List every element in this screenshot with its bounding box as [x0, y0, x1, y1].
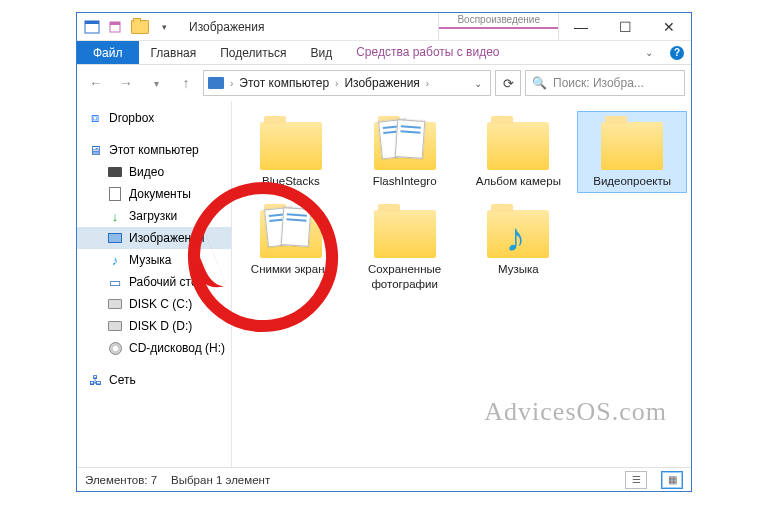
chevron-right-icon: › — [424, 78, 431, 89]
tree-item-dl[interactable]: ↓Загрузки — [77, 205, 231, 227]
tree-item-label: Dropbox — [109, 111, 154, 125]
help-icon: ? — [670, 46, 684, 60]
ribbon-tab-file[interactable]: Файл — [77, 41, 139, 64]
tree-item-dropbox[interactable]: ⧈Dropbox — [77, 107, 231, 129]
tree-item-net[interactable]: 🖧Сеть — [77, 369, 231, 391]
folder-label: Музыка — [498, 262, 539, 276]
folder-icon — [256, 116, 326, 170]
folder-item[interactable]: Видеопроекты — [577, 111, 687, 193]
address-box[interactable]: › Этот компьютер › Изображения › ⌄ — [203, 70, 491, 96]
folder-icon — [597, 116, 667, 170]
status-selection: Выбран 1 элемент — [171, 474, 270, 486]
qat-newfolder-button[interactable] — [105, 16, 127, 38]
qat-folder-button[interactable] — [129, 16, 151, 38]
folder-item[interactable]: BlueStacks — [236, 111, 346, 193]
folder-item[interactable]: Сохраненные фотографии — [350, 199, 460, 296]
qat-properties-button[interactable] — [81, 16, 103, 38]
search-placeholder: Поиск: Изобра... — [553, 76, 644, 90]
contextual-tab-group-label: Воспроизведение — [439, 13, 558, 29]
watermark-text: AdvicesOS.com — [484, 397, 667, 427]
refresh-button[interactable]: ⟳ — [495, 70, 521, 96]
nav-up-button[interactable]: ↑ — [173, 70, 199, 96]
address-bar-row: ← → ▾ ↑ › Этот компьютер › Изображения ›… — [77, 65, 691, 101]
tree-item-label: Рабочий стол — [129, 275, 204, 289]
folder-item[interactable]: Альбом камеры — [464, 111, 574, 193]
tree-item-doc[interactable]: Документы — [77, 183, 231, 205]
items-grid: BlueStacksFlashIntegroАльбом камерыВидео… — [236, 111, 687, 296]
folder-icon — [483, 116, 553, 170]
tree-item-vid[interactable]: Видео — [77, 161, 231, 183]
view-largeicons-button[interactable]: ▦ — [661, 471, 683, 489]
tree-item-label: Музыка — [129, 253, 171, 267]
body: ⧈Dropbox🖥Этот компьютерВидеоДокументы↓За… — [77, 101, 691, 467]
status-items-count: Элементов: 7 — [85, 474, 157, 486]
tree-item-label: DISK D (D:) — [129, 319, 192, 333]
location-pc-icon — [208, 77, 224, 89]
breadcrumb-segment[interactable]: Этот компьютер — [239, 76, 329, 90]
tree-item-label: Этот компьютер — [109, 143, 199, 157]
search-input[interactable]: 🔍 Поиск: Изобра... — [525, 70, 685, 96]
address-dropdown-button[interactable]: ⌄ — [470, 78, 486, 89]
tree-item-label: CD-дисковод (H:) — [129, 341, 225, 355]
nav-recent-button[interactable]: ▾ — [143, 70, 169, 96]
ribbon-tabs: Файл Главная Поделиться Вид Средства раб… — [77, 41, 691, 65]
tree-item-pic[interactable]: Изображения — [77, 227, 231, 249]
qat-more-button[interactable]: ▾ — [153, 16, 175, 38]
folder-item[interactable]: Снимки экрана — [236, 199, 346, 296]
ribbon-tab-view[interactable]: Вид — [298, 41, 344, 64]
tree-item-label: DISK C (C:) — [129, 297, 192, 311]
tree-item-pc[interactable]: 🖥Этот компьютер — [77, 139, 231, 161]
window-title: Изображения — [179, 13, 274, 40]
ribbon-tab-videotools[interactable]: Средства работы с видео — [344, 41, 511, 64]
folder-icon — [370, 116, 440, 170]
folder-label: Видеопроекты — [593, 174, 671, 188]
minimize-button[interactable]: — — [559, 13, 603, 40]
tree-item-label: Сеть — [109, 373, 136, 387]
nav-tree: ⧈Dropbox🖥Этот компьютерВидеоДокументы↓За… — [77, 101, 232, 467]
maximize-button[interactable]: ☐ — [603, 13, 647, 40]
ribbon-collapse-button[interactable]: ⌄ — [635, 41, 663, 64]
titlebar: ▾ Изображения Воспроизведение — ☐ ✕ — [77, 13, 691, 41]
tree-item-cd[interactable]: CD-дисковод (H:) — [77, 337, 231, 359]
tree-item-disk[interactable]: DISK C (C:) — [77, 293, 231, 315]
tree-item-disk[interactable]: DISK D (D:) — [77, 315, 231, 337]
svg-rect-1 — [85, 21, 99, 24]
tree-item-label: Видео — [129, 165, 164, 179]
folder-icon: ♪ — [483, 204, 553, 258]
ribbon-tab-share[interactable]: Поделиться — [208, 41, 298, 64]
folder-item[interactable]: FlashIntegro — [350, 111, 460, 193]
tree-item-music[interactable]: ♪Музыка — [77, 249, 231, 271]
folder-label: FlashIntegro — [373, 174, 437, 188]
help-button[interactable]: ? — [663, 41, 691, 64]
svg-rect-3 — [110, 22, 120, 25]
ribbon-tab-home[interactable]: Главная — [139, 41, 209, 64]
nav-back-button[interactable]: ← — [83, 70, 109, 96]
tree-item-desk[interactable]: ▭Рабочий стол — [77, 271, 231, 293]
folder-label: BlueStacks — [262, 174, 320, 188]
view-details-button[interactable]: ☰ — [625, 471, 647, 489]
search-icon: 🔍 — [532, 76, 547, 90]
status-bar: Элементов: 7 Выбран 1 элемент ☰ ▦ — [77, 467, 691, 491]
folder-label: Альбом камеры — [476, 174, 561, 188]
folder-icon — [256, 204, 326, 258]
chevron-right-icon: › — [228, 78, 235, 89]
nav-forward-button[interactable]: → — [113, 70, 139, 96]
chevron-right-icon: › — [333, 78, 340, 89]
tree-item-label: Изображения — [129, 231, 204, 245]
explorer-window: ▾ Изображения Воспроизведение — ☐ ✕ Файл… — [76, 12, 692, 492]
window-controls: — ☐ ✕ — [559, 13, 691, 40]
quick-access-toolbar: ▾ — [77, 13, 179, 40]
folder-icon — [370, 204, 440, 258]
folder-label: Снимки экрана — [251, 262, 331, 276]
tree-item-label: Документы — [129, 187, 191, 201]
folder-label: Сохраненные фотографии — [353, 262, 457, 291]
tree-item-label: Загрузки — [129, 209, 177, 223]
contextual-tab-header: Воспроизведение — [438, 13, 559, 40]
breadcrumb-segment[interactable]: Изображения — [344, 76, 419, 90]
items-view: BlueStacksFlashIntegroАльбом камерыВидео… — [232, 101, 691, 467]
folder-item[interactable]: ♪Музыка — [464, 199, 574, 296]
close-button[interactable]: ✕ — [647, 13, 691, 40]
